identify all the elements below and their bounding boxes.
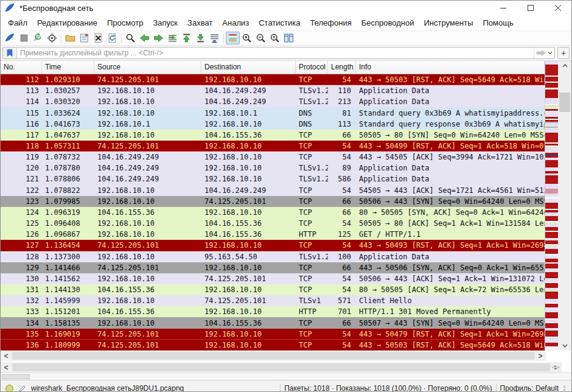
close-file-icon[interactable] bbox=[91, 32, 105, 44]
cell-proto: TCP bbox=[296, 341, 328, 349]
scroll-down-arrow-icon[interactable] bbox=[558, 341, 571, 351]
table-row[interactable]: 1351.16901974.125.205.101192.168.10.10TC… bbox=[1, 329, 545, 340]
maximize-button[interactable] bbox=[517, 1, 544, 15]
menu-item-10[interactable]: Инструменты bbox=[419, 16, 478, 29]
hscroll2-thumb[interactable] bbox=[12, 363, 550, 371]
table-row[interactable]: 1141.030320192.168.10.10104.16.249.249TL… bbox=[1, 96, 545, 107]
column-header-info[interactable]: Info bbox=[356, 61, 545, 74]
menu-item-2[interactable]: Редактирование bbox=[32, 16, 102, 29]
apply-filter-button[interactable] bbox=[534, 47, 554, 58]
expert-info-icon[interactable] bbox=[5, 385, 13, 392]
reload-icon[interactable] bbox=[105, 32, 119, 44]
resize-grip[interactable] bbox=[563, 386, 565, 391]
hscroll-thumb[interactable] bbox=[12, 352, 534, 360]
menu-item-4[interactable]: Запуск bbox=[148, 16, 183, 29]
table-row[interactable]: 1291.14146674.125.205.101192.168.10.10TC… bbox=[1, 262, 545, 273]
capture-comment-pencil-icon[interactable] bbox=[18, 385, 26, 392]
auto-scroll-icon[interactable] bbox=[208, 32, 221, 44]
table-row[interactable]: 1161.041673192.168.10.1192.168.10.10DNS1… bbox=[1, 119, 545, 130]
table-row[interactable]: 1121.02931074.125.205.101192.168.10.10TC… bbox=[1, 74, 545, 85]
cell-info: 50507 → 443 [SYN] Seq=0 Win=64240 Len=0 … bbox=[356, 319, 545, 327]
table-row[interactable]: 1311.144130104.16.155.36192.168.10.10TCP… bbox=[1, 284, 545, 295]
menu-item-3[interactable]: Просмотр bbox=[102, 16, 148, 29]
hscroll2-left-arrow-icon[interactable]: < bbox=[1, 362, 12, 373]
filter-bookmark-icon[interactable] bbox=[3, 47, 17, 58]
intelligent-scrollbar-minimap[interactable] bbox=[545, 61, 558, 351]
table-row[interactable]: 1341.158135192.168.10.10104.16.155.36TCP… bbox=[1, 317, 545, 328]
packet-list-hscrollbar[interactable]: < > bbox=[1, 351, 546, 361]
menu-item-6[interactable]: Анализ bbox=[217, 16, 254, 29]
table-row[interactable]: 1261.096867192.168.10.10104.16.155.36HTT… bbox=[1, 229, 545, 240]
cell-time: 1.041673 bbox=[42, 120, 94, 128]
table-row[interactable]: 1361.18099974.125.205.101192.168.10.10TC… bbox=[1, 340, 545, 351]
menu-item-9[interactable]: Беспроводной bbox=[357, 16, 419, 29]
table-row[interactable]: 1231.079985192.168.10.1074.125.205.101TC… bbox=[1, 196, 545, 207]
table-row[interactable]: 1331.151201104.16.155.36192.168.10.10HTT… bbox=[1, 306, 545, 317]
menu-item-8[interactable]: Телефония bbox=[305, 16, 356, 29]
find-packet-icon[interactable] bbox=[124, 32, 138, 44]
capture-file-name: wireshark_Беспроводная сетьJ89DU1.pcapng bbox=[31, 384, 184, 392]
go-forward-icon[interactable] bbox=[152, 32, 166, 44]
splitter-handle[interactable] bbox=[2, 374, 30, 379]
go-back-icon[interactable] bbox=[138, 32, 152, 44]
resize-columns-icon[interactable] bbox=[282, 32, 296, 44]
zoom-in-icon[interactable] bbox=[240, 32, 254, 44]
table-row[interactable]: 1151.033624192.168.10.10192.168.10.1DNS8… bbox=[1, 107, 545, 118]
table-row[interactable]: 1241.096319104.16.155.36192.168.10.10TCP… bbox=[1, 207, 545, 218]
hscroll-left-arrow-icon[interactable]: < bbox=[1, 351, 12, 361]
column-header-time[interactable]: Time bbox=[42, 61, 94, 74]
menu-item-11[interactable]: Помощь bbox=[478, 16, 518, 29]
column-header-no[interactable]: No. bbox=[1, 61, 42, 74]
open-file-icon[interactable] bbox=[63, 32, 77, 44]
menu-item-5[interactable]: Захват bbox=[183, 16, 217, 29]
vertical-scrollbar[interactable] bbox=[558, 61, 571, 351]
cell-dst: 192.168.10.10 bbox=[201, 307, 296, 316]
cell-time: 1.030257 bbox=[42, 86, 94, 95]
table-row[interactable]: 1201.078780104.16.249.249192.168.10.10TL… bbox=[1, 163, 545, 173]
column-header-length[interactable]: Length bbox=[328, 61, 356, 74]
minimize-button[interactable] bbox=[489, 1, 517, 15]
zoom-out-icon[interactable] bbox=[254, 32, 268, 44]
go-bottom-icon[interactable] bbox=[194, 32, 208, 44]
table-row[interactable]: 1211.078806104.16.249.249192.168.10.10TL… bbox=[1, 173, 545, 184]
table-row[interactable]: 1321.145999192.168.10.1074.125.205.101TL… bbox=[1, 295, 545, 306]
table-row[interactable]: 1171.047637192.168.10.10104.16.155.36TCP… bbox=[1, 130, 545, 141]
profile-label[interactable]: Профиль: Default bbox=[500, 384, 559, 392]
table-row[interactable]: 1191.078732104.16.249.249192.168.10.10TC… bbox=[1, 152, 545, 163]
go-top-icon[interactable] bbox=[180, 32, 194, 44]
menu-item-1[interactable]: Файл bbox=[3, 16, 32, 29]
table-row[interactable]: 1281.137300192.168.10.1095.163.54.50TLSv… bbox=[1, 251, 545, 262]
cell-src: 74.125.205.101 bbox=[94, 264, 201, 272]
stop-capture-icon[interactable] bbox=[17, 32, 31, 44]
table-row[interactable]: 1131.030257192.168.10.10104.16.249.249TL… bbox=[1, 85, 545, 96]
table-row[interactable]: 1271.13645474.125.205.101192.168.10.10TC… bbox=[1, 240, 545, 251]
zoom-original-icon[interactable] bbox=[268, 32, 282, 44]
cell-len: 110 bbox=[328, 86, 356, 95]
colorize-icon[interactable] bbox=[226, 32, 240, 44]
table-row[interactable]: 1301.141562192.168.10.1074.125.205.101TC… bbox=[1, 273, 545, 284]
cell-time: 1.078806 bbox=[42, 175, 94, 183]
add-filter-button-plus[interactable]: + bbox=[557, 47, 570, 59]
cell-proto: TCP bbox=[296, 131, 328, 139]
secondary-hscrollbar[interactable]: < > bbox=[1, 362, 562, 373]
display-filter-input[interactable] bbox=[17, 49, 534, 57]
close-button[interactable] bbox=[544, 1, 571, 15]
table-row[interactable]: 1221.078822192.168.10.10104.16.249.249TC… bbox=[1, 185, 545, 196]
pane-splitter[interactable] bbox=[1, 373, 571, 380]
column-header-protocol[interactable]: Protocol bbox=[296, 61, 328, 74]
hscroll-right-arrow-icon[interactable]: > bbox=[535, 351, 546, 361]
cell-src: 192.168.10.10 bbox=[94, 296, 201, 305]
cell-time: 1.137300 bbox=[42, 253, 94, 261]
column-header-source[interactable]: Source bbox=[94, 61, 201, 74]
vertical-scroll-thumb[interactable] bbox=[559, 93, 570, 112]
capture-options-icon[interactable] bbox=[45, 32, 59, 44]
go-to-packet-icon[interactable] bbox=[166, 32, 180, 44]
table-row[interactable]: 1181.05731174.125.205.101192.168.10.10TC… bbox=[1, 141, 545, 152]
table-row[interactable]: 1251.096408192.168.10.10104.16.155.36TCP… bbox=[1, 218, 545, 229]
restart-capture-icon[interactable] bbox=[31, 32, 45, 44]
menu-item-7[interactable]: Статистика bbox=[254, 16, 305, 29]
save-file-icon[interactable] bbox=[77, 32, 91, 44]
scroll-up-arrow-icon[interactable] bbox=[558, 61, 571, 71]
start-capture-fin-icon[interactable] bbox=[3, 32, 17, 44]
column-header-destination[interactable]: Destination bbox=[201, 61, 296, 74]
